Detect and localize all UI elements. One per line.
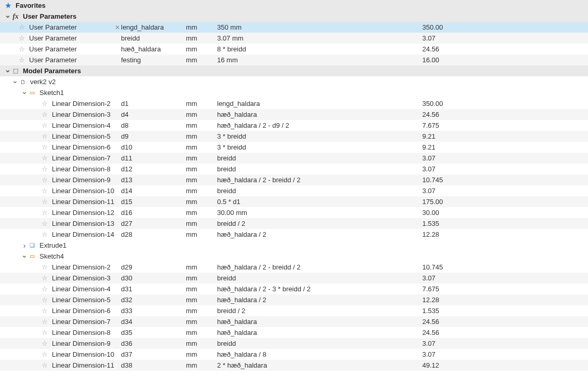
dimension-row[interactable]: ☆Linear Dimension-3d30mmbreidd3.07 — [0, 273, 588, 284]
dimension-expression[interactable]: hæð_haldara / 8 — [217, 350, 422, 358]
dimension-expression[interactable]: 2 * hæð_haldara — [217, 361, 422, 369]
chevron-down-icon[interactable] — [4, 68, 11, 75]
dimension-unit[interactable]: mm — [186, 285, 217, 293]
dimension-unit[interactable]: mm — [186, 340, 217, 347]
dimension-expression[interactable]: breidd — [217, 154, 422, 162]
dimension-expression[interactable]: hæð_haldara / 2 - d9 / 2 — [217, 122, 422, 129]
dimension-expression[interactable]: hæð_haldara — [217, 329, 422, 336]
user-parameters-section[interactable]: fxUser Parameters — [0, 11, 588, 22]
chevron-down-icon[interactable] — [4, 13, 11, 20]
star-outline-icon[interactable]: ☆ — [41, 111, 49, 119]
parameter-expression[interactable]: 8 * breidd — [217, 45, 422, 53]
star-outline-icon[interactable]: ☆ — [41, 122, 49, 130]
dimension-unit[interactable]: mm — [186, 307, 217, 315]
star-outline-icon[interactable]: ☆ — [18, 45, 26, 53]
parameter-unit[interactable]: mm — [186, 45, 217, 53]
dimension-row[interactable]: ☆Linear Dimension-7d11mmbreidd3.07 — [0, 153, 588, 164]
delete-parameter-icon[interactable]: ✕ — [114, 24, 121, 31]
dimension-row[interactable]: ☆Linear Dimension-12d16mm30.00 mm30.00 — [0, 207, 588, 218]
dimension-unit[interactable]: mm — [186, 165, 217, 173]
parameter-unit[interactable]: mm — [186, 56, 217, 64]
star-outline-icon[interactable]: ☆ — [41, 329, 49, 337]
dimension-expression[interactable]: breidd / 2 — [217, 307, 422, 315]
chevron-down-icon[interactable] — [21, 89, 28, 97]
star-outline-icon[interactable]: ☆ — [41, 187, 49, 195]
dimension-param[interactable]: d27 — [121, 220, 186, 227]
star-outline-icon[interactable]: ☆ — [41, 154, 49, 163]
dimension-row[interactable]: ☆Linear Dimension-10d37mmhæð_haldara / 8… — [0, 349, 588, 360]
dimension-unit[interactable]: mm — [186, 176, 217, 184]
sketch-node[interactable]: ▭Sketch4 — [0, 251, 588, 262]
dimension-unit[interactable]: mm — [186, 350, 217, 358]
dimension-unit[interactable]: mm — [186, 296, 217, 304]
user-parameter-row[interactable]: ☆User Parameter✕lengd_haldaramm350 mm350… — [0, 22, 588, 33]
dimension-expression[interactable]: 3 * breidd — [217, 143, 422, 151]
parameter-name[interactable]: breidd — [121, 34, 186, 42]
dimension-param[interactable]: d9 — [121, 132, 186, 140]
dimension-param[interactable]: d12 — [121, 165, 186, 173]
chevron-down-icon[interactable] — [21, 253, 28, 260]
dimension-row[interactable]: ☆Linear Dimension-10d14mmbreidd3.07 — [0, 185, 588, 196]
dimension-param[interactable]: d14 — [121, 187, 186, 195]
dimension-row[interactable]: ☆Linear Dimension-6d10mm3 * breidd9.21 — [0, 142, 588, 153]
dimension-row[interactable]: ☆Linear Dimension-4d8mmhæð_haldara / 2 -… — [0, 120, 588, 131]
chevron-right-icon[interactable] — [21, 242, 28, 249]
star-outline-icon[interactable]: ☆ — [41, 285, 49, 293]
dimension-unit[interactable]: mm — [186, 132, 217, 140]
dimension-expression[interactable]: breidd — [217, 165, 422, 173]
dimension-unit[interactable]: mm — [186, 122, 217, 129]
dimension-expression[interactable]: lengd_haldara — [217, 100, 422, 107]
dimension-row[interactable]: ☆Linear Dimension-14d28mmhæð_haldara / 2… — [0, 229, 588, 240]
dimension-unit[interactable]: mm — [186, 209, 217, 217]
dimension-param[interactable]: d10 — [121, 143, 186, 151]
star-outline-icon[interactable]: ☆ — [41, 307, 49, 315]
dimension-param[interactable]: d30 — [121, 274, 186, 282]
dimension-param[interactable]: d36 — [121, 340, 186, 347]
star-outline-icon[interactable]: ☆ — [41, 132, 49, 141]
dimension-param[interactable]: d13 — [121, 176, 186, 184]
chevron-down-icon[interactable] — [11, 78, 19, 86]
dimension-row[interactable]: ☆Linear Dimension-11d38mm2 * hæð_haldara… — [0, 360, 588, 371]
dimension-expression[interactable]: hæð_haldara / 2 - breidd / 2 — [217, 263, 422, 271]
parameter-name[interactable]: festing — [121, 56, 186, 64]
star-outline-icon[interactable]: ☆ — [41, 165, 49, 173]
user-parameter-row[interactable]: ☆User Parameterhæð_haldaramm8 * breidd24… — [0, 44, 588, 55]
dimension-unit[interactable]: mm — [186, 111, 217, 118]
model-root-node[interactable]: 🗋verk2 v2 — [0, 76, 588, 87]
dimension-unit[interactable]: mm — [186, 154, 217, 162]
dimension-row[interactable]: ☆Linear Dimension-4d31mmhæð_haldara / 2 … — [0, 284, 588, 294]
dimension-unit[interactable]: mm — [186, 100, 217, 107]
parameter-expression[interactable]: 3.07 mm — [217, 34, 422, 42]
dimension-param[interactable]: d16 — [121, 209, 186, 217]
user-parameter-row[interactable]: ☆User Parameterfestingmm16 mm16.00 — [0, 55, 588, 65]
star-outline-icon[interactable]: ☆ — [41, 220, 49, 228]
dimension-row[interactable]: ☆Linear Dimension-2d1mmlengd_haldara350.… — [0, 98, 588, 109]
dimension-param[interactable]: d34 — [121, 318, 186, 326]
dimension-row[interactable]: ☆Linear Dimension-2d29mmhæð_haldara / 2 … — [0, 262, 588, 273]
extrude-node[interactable]: ❏Extrude1 — [0, 240, 588, 251]
dimension-expression[interactable]: 3 * breidd — [217, 132, 422, 140]
dimension-row[interactable]: ☆Linear Dimension-6d33mmbreidd / 21.535 — [0, 305, 588, 316]
star-outline-icon[interactable]: ☆ — [41, 361, 49, 370]
star-outline-icon[interactable]: ☆ — [41, 176, 49, 184]
dimension-expression[interactable]: breidd — [217, 274, 422, 282]
dimension-row[interactable]: ☆Linear Dimension-9d13mmhæð_haldara / 2 … — [0, 174, 588, 185]
star-outline-icon[interactable]: ☆ — [41, 340, 49, 348]
user-parameter-row[interactable]: ☆User Parameterbreiddmm3.07 mm3.07 — [0, 33, 588, 44]
dimension-row[interactable]: ☆Linear Dimension-3d4mmhæð_haldara24.56 — [0, 109, 588, 120]
dimension-param[interactable]: d28 — [121, 231, 186, 238]
star-outline-icon[interactable]: ☆ — [41, 100, 49, 108]
dimension-row[interactable]: ☆Linear Dimension-8d12mmbreidd3.07 — [0, 164, 588, 174]
dimension-param[interactable]: d1 — [121, 100, 186, 107]
dimension-expression[interactable]: hæð_haldara / 2 — [217, 296, 422, 304]
star-outline-icon[interactable]: ☆ — [41, 296, 49, 304]
dimension-param[interactable]: d38 — [121, 361, 186, 369]
dimension-expression[interactable]: 0.5 * d1 — [217, 198, 422, 206]
dimension-unit[interactable]: mm — [186, 361, 217, 369]
dimension-expression[interactable]: breidd — [217, 187, 422, 195]
dimension-row[interactable]: ☆Linear Dimension-5d32mmhæð_haldara / 21… — [0, 294, 588, 305]
dimension-row[interactable]: ☆Linear Dimension-11d15mm0.5 * d1175.00 — [0, 196, 588, 207]
star-outline-icon[interactable]: ☆ — [41, 231, 49, 239]
model-parameters-section[interactable]: ⬚Model Parameters — [0, 65, 588, 76]
star-outline-icon[interactable]: ☆ — [41, 350, 49, 359]
